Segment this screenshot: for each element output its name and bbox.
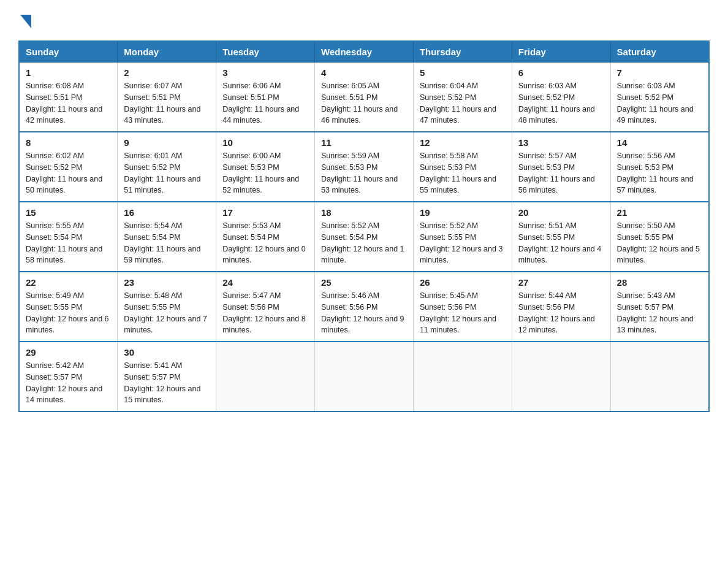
day-header-saturday: Saturday	[610, 41, 709, 63]
day-info: Sunrise: 5:49 AMSunset: 5:55 PMDaylight:…	[26, 290, 111, 336]
day-number: 18	[321, 207, 407, 218]
calendar-cell: 16Sunrise: 5:54 AMSunset: 5:54 PMDayligh…	[118, 202, 216, 272]
day-info: Sunrise: 6:00 AMSunset: 5:53 PMDaylight:…	[222, 150, 308, 196]
day-info: Sunrise: 5:48 AMSunset: 5:55 PMDaylight:…	[124, 290, 210, 336]
day-info: Sunrise: 5:55 AMSunset: 5:54 PMDaylight:…	[26, 220, 111, 266]
calendar-cell: 29Sunrise: 5:42 AMSunset: 5:57 PMDayligh…	[19, 342, 118, 412]
day-info: Sunrise: 5:57 AMSunset: 5:53 PMDaylight:…	[518, 150, 604, 196]
day-number: 13	[518, 137, 604, 148]
week-row-3: 15Sunrise: 5:55 AMSunset: 5:54 PMDayligh…	[19, 202, 709, 272]
day-number: 15	[26, 207, 111, 218]
day-number: 29	[26, 347, 111, 358]
day-info: Sunrise: 5:44 AMSunset: 5:56 PMDaylight:…	[518, 290, 604, 336]
day-info: Sunrise: 5:50 AMSunset: 5:55 PMDaylight:…	[617, 220, 702, 266]
day-number: 17	[222, 207, 308, 218]
week-row-2: 8Sunrise: 6:02 AMSunset: 5:52 PMDaylight…	[19, 132, 709, 202]
day-number: 6	[518, 67, 604, 78]
day-info: Sunrise: 5:43 AMSunset: 5:57 PMDaylight:…	[617, 290, 702, 336]
logo-arrow-icon	[20, 15, 31, 28]
day-info: Sunrise: 6:04 AMSunset: 5:52 PMDaylight:…	[420, 80, 506, 126]
calendar-cell: 22Sunrise: 5:49 AMSunset: 5:55 PMDayligh…	[19, 272, 118, 342]
day-info: Sunrise: 6:01 AMSunset: 5:52 PMDaylight:…	[124, 150, 210, 196]
week-row-4: 22Sunrise: 5:49 AMSunset: 5:55 PMDayligh…	[19, 272, 709, 342]
calendar-cell: 18Sunrise: 5:52 AMSunset: 5:54 PMDayligh…	[315, 202, 414, 272]
calendar-cell: 4Sunrise: 6:05 AMSunset: 5:51 PMDaylight…	[315, 63, 414, 132]
calendar-cell: 10Sunrise: 6:00 AMSunset: 5:53 PMDayligh…	[216, 132, 315, 202]
day-info: Sunrise: 6:05 AMSunset: 5:51 PMDaylight:…	[321, 80, 407, 126]
day-info: Sunrise: 5:53 AMSunset: 5:54 PMDaylight:…	[222, 220, 308, 266]
calendar-cell: 15Sunrise: 5:55 AMSunset: 5:54 PMDayligh…	[19, 202, 118, 272]
day-number: 25	[321, 277, 407, 288]
day-info: Sunrise: 5:42 AMSunset: 5:57 PMDaylight:…	[26, 360, 111, 406]
day-number: 2	[124, 67, 210, 78]
day-info: Sunrise: 5:41 AMSunset: 5:57 PMDaylight:…	[124, 360, 210, 406]
day-number: 10	[222, 137, 308, 148]
day-number: 11	[321, 137, 407, 148]
calendar-cell: 2Sunrise: 6:07 AMSunset: 5:51 PMDaylight…	[118, 63, 216, 132]
day-info: Sunrise: 6:02 AMSunset: 5:52 PMDaylight:…	[26, 150, 111, 196]
calendar-cell	[216, 342, 315, 412]
day-info: Sunrise: 5:52 AMSunset: 5:54 PMDaylight:…	[321, 220, 407, 266]
calendar-cell: 14Sunrise: 5:56 AMSunset: 5:53 PMDayligh…	[610, 132, 709, 202]
calendar-cell: 24Sunrise: 5:47 AMSunset: 5:56 PMDayligh…	[216, 272, 315, 342]
day-info: Sunrise: 5:46 AMSunset: 5:56 PMDaylight:…	[321, 290, 407, 336]
day-number: 24	[222, 277, 308, 288]
calendar-cell: 30Sunrise: 5:41 AMSunset: 5:57 PMDayligh…	[118, 342, 216, 412]
day-number: 9	[124, 137, 210, 148]
logo	[18, 12, 31, 28]
day-number: 8	[26, 137, 111, 148]
day-number: 21	[617, 207, 702, 218]
day-info: Sunrise: 5:56 AMSunset: 5:53 PMDaylight:…	[617, 150, 702, 196]
day-number: 4	[321, 67, 407, 78]
day-number: 27	[518, 277, 604, 288]
calendar-cell	[315, 342, 414, 412]
day-info: Sunrise: 6:03 AMSunset: 5:52 PMDaylight:…	[617, 80, 702, 126]
day-header-thursday: Thursday	[413, 41, 512, 63]
day-number: 16	[124, 207, 210, 218]
day-info: Sunrise: 5:52 AMSunset: 5:55 PMDaylight:…	[420, 220, 506, 266]
calendar-cell: 25Sunrise: 5:46 AMSunset: 5:56 PMDayligh…	[315, 272, 414, 342]
day-header-monday: Monday	[118, 41, 216, 63]
day-info: Sunrise: 5:47 AMSunset: 5:56 PMDaylight:…	[222, 290, 308, 336]
day-header-sunday: Sunday	[19, 41, 118, 63]
day-number: 23	[124, 277, 210, 288]
day-number: 5	[420, 67, 506, 78]
calendar-cell	[512, 342, 610, 412]
day-info: Sunrise: 6:08 AMSunset: 5:51 PMDaylight:…	[26, 80, 111, 126]
calendar-cell: 6Sunrise: 6:03 AMSunset: 5:52 PMDaylight…	[512, 63, 610, 132]
day-info: Sunrise: 5:51 AMSunset: 5:55 PMDaylight:…	[518, 220, 604, 266]
day-number: 20	[518, 207, 604, 218]
day-number: 14	[617, 137, 702, 148]
day-info: Sunrise: 6:03 AMSunset: 5:52 PMDaylight:…	[518, 80, 604, 126]
header-row: SundayMondayTuesdayWednesdayThursdayFrid…	[19, 41, 709, 63]
day-header-wednesday: Wednesday	[315, 41, 414, 63]
day-info: Sunrise: 5:59 AMSunset: 5:53 PMDaylight:…	[321, 150, 407, 196]
calendar-cell: 27Sunrise: 5:44 AMSunset: 5:56 PMDayligh…	[512, 272, 610, 342]
calendar-cell: 11Sunrise: 5:59 AMSunset: 5:53 PMDayligh…	[315, 132, 414, 202]
calendar-cell: 5Sunrise: 6:04 AMSunset: 5:52 PMDaylight…	[413, 63, 512, 132]
day-info: Sunrise: 5:45 AMSunset: 5:56 PMDaylight:…	[420, 290, 506, 336]
calendar-cell: 8Sunrise: 6:02 AMSunset: 5:52 PMDaylight…	[19, 132, 118, 202]
day-number: 19	[420, 207, 506, 218]
calendar-cell: 1Sunrise: 6:08 AMSunset: 5:51 PMDaylight…	[19, 63, 118, 132]
day-number: 28	[617, 277, 702, 288]
day-info: Sunrise: 6:06 AMSunset: 5:51 PMDaylight:…	[222, 80, 308, 126]
calendar-cell: 13Sunrise: 5:57 AMSunset: 5:53 PMDayligh…	[512, 132, 610, 202]
day-info: Sunrise: 5:54 AMSunset: 5:54 PMDaylight:…	[124, 220, 210, 266]
day-header-tuesday: Tuesday	[216, 41, 315, 63]
day-number: 30	[124, 347, 210, 358]
day-number: 22	[26, 277, 111, 288]
day-number: 7	[617, 67, 702, 78]
calendar-cell: 12Sunrise: 5:58 AMSunset: 5:53 PMDayligh…	[413, 132, 512, 202]
calendar-cell	[413, 342, 512, 412]
calendar-table: SundayMondayTuesdayWednesdayThursdayFrid…	[18, 40, 710, 412]
day-number: 3	[222, 67, 308, 78]
day-info: Sunrise: 6:07 AMSunset: 5:51 PMDaylight:…	[124, 80, 210, 126]
page-header	[18, 12, 710, 28]
calendar-cell: 23Sunrise: 5:48 AMSunset: 5:55 PMDayligh…	[118, 272, 216, 342]
day-number: 26	[420, 277, 506, 288]
calendar-cell: 17Sunrise: 5:53 AMSunset: 5:54 PMDayligh…	[216, 202, 315, 272]
calendar-cell: 19Sunrise: 5:52 AMSunset: 5:55 PMDayligh…	[413, 202, 512, 272]
calendar-cell: 28Sunrise: 5:43 AMSunset: 5:57 PMDayligh…	[610, 272, 709, 342]
calendar-cell: 7Sunrise: 6:03 AMSunset: 5:52 PMDaylight…	[610, 63, 709, 132]
